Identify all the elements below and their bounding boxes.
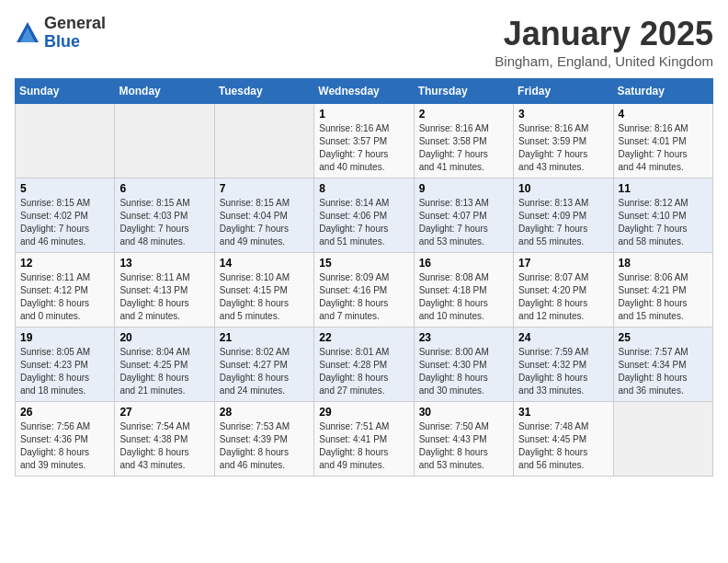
- day-info: Sunrise: 7:50 AM Sunset: 4:43 PM Dayligh…: [419, 420, 508, 472]
- calendar-cell: 11Sunrise: 8:12 AM Sunset: 4:10 PM Dayli…: [613, 178, 712, 253]
- calendar-cell: 16Sunrise: 8:08 AM Sunset: 4:18 PM Dayli…: [414, 253, 513, 327]
- day-number: 6: [119, 182, 209, 195]
- day-number: 11: [619, 182, 708, 195]
- calendar-cell: 2Sunrise: 8:16 AM Sunset: 3:58 PM Daylig…: [414, 104, 513, 178]
- day-info: Sunrise: 8:11 AM Sunset: 4:12 PM Dayligh…: [20, 271, 109, 323]
- calendar-cell: 21Sunrise: 8:02 AM Sunset: 4:27 PM Dayli…: [214, 327, 313, 402]
- calendar-table: SundayMondayTuesdayWednesdayThursdayFrid…: [15, 78, 713, 477]
- day-info: Sunrise: 8:06 AM Sunset: 4:21 PM Dayligh…: [619, 271, 708, 323]
- header-day-tuesday: Tuesday: [214, 79, 313, 104]
- header-day-wednesday: Wednesday: [314, 79, 414, 104]
- calendar-week-1: 1Sunrise: 8:16 AM Sunset: 3:57 PM Daylig…: [16, 104, 713, 178]
- calendar-week-2: 5Sunrise: 8:15 AM Sunset: 4:02 PM Daylig…: [16, 178, 713, 253]
- day-number: 4: [619, 108, 708, 121]
- calendar-cell: 26Sunrise: 7:56 AM Sunset: 4:36 PM Dayli…: [16, 402, 115, 477]
- day-info: Sunrise: 8:07 AM Sunset: 4:20 PM Dayligh…: [518, 271, 608, 323]
- calendar-cell: 10Sunrise: 8:13 AM Sunset: 4:09 PM Dayli…: [514, 178, 613, 253]
- day-number: 14: [220, 257, 309, 270]
- day-info: Sunrise: 7:54 AM Sunset: 4:38 PM Dayligh…: [119, 420, 209, 472]
- day-info: Sunrise: 8:15 AM Sunset: 4:04 PM Dayligh…: [220, 197, 309, 248]
- day-number: 26: [20, 406, 109, 419]
- title-block: January 2025 Bingham, England, United Ki…: [495, 15, 713, 69]
- day-number: 27: [119, 406, 209, 419]
- calendar-cell: 25Sunrise: 7:57 AM Sunset: 4:34 PM Dayli…: [613, 327, 712, 402]
- day-number: 12: [20, 257, 109, 270]
- day-info: Sunrise: 8:10 AM Sunset: 4:15 PM Dayligh…: [220, 271, 309, 323]
- day-number: 1: [319, 108, 408, 121]
- calendar-cell: 19Sunrise: 8:05 AM Sunset: 4:23 PM Dayli…: [16, 327, 115, 402]
- logo: General Blue: [15, 15, 106, 52]
- day-number: 18: [619, 257, 708, 270]
- day-number: 22: [319, 331, 408, 344]
- day-info: Sunrise: 8:01 AM Sunset: 4:28 PM Dayligh…: [319, 346, 408, 397]
- header-day-sunday: Sunday: [16, 79, 115, 104]
- day-info: Sunrise: 8:05 AM Sunset: 4:23 PM Dayligh…: [20, 346, 109, 397]
- day-info: Sunrise: 8:11 AM Sunset: 4:13 PM Dayligh…: [119, 271, 209, 323]
- day-info: Sunrise: 8:12 AM Sunset: 4:10 PM Dayligh…: [619, 197, 708, 248]
- calendar-cell: 7Sunrise: 8:15 AM Sunset: 4:04 PM Daylig…: [214, 178, 313, 253]
- logo-text: General Blue: [44, 15, 106, 52]
- day-number: 16: [419, 257, 508, 270]
- calendar-cell: 29Sunrise: 7:51 AM Sunset: 4:41 PM Dayli…: [314, 402, 414, 477]
- logo-general: General: [44, 15, 106, 33]
- day-number: 10: [518, 182, 608, 195]
- calendar-cell: 22Sunrise: 8:01 AM Sunset: 4:28 PM Dayli…: [314, 327, 414, 402]
- day-number: 8: [319, 182, 408, 195]
- day-info: Sunrise: 8:04 AM Sunset: 4:25 PM Dayligh…: [119, 346, 209, 397]
- calendar-cell: 3Sunrise: 8:16 AM Sunset: 3:59 PM Daylig…: [514, 104, 613, 178]
- month-title: January 2025: [495, 15, 713, 53]
- day-number: 5: [20, 182, 109, 195]
- day-info: Sunrise: 8:16 AM Sunset: 3:59 PM Dayligh…: [518, 122, 608, 174]
- calendar-cell: 8Sunrise: 8:14 AM Sunset: 4:06 PM Daylig…: [314, 178, 414, 253]
- day-info: Sunrise: 7:57 AM Sunset: 4:34 PM Dayligh…: [619, 346, 708, 397]
- calendar-cell: 15Sunrise: 8:09 AM Sunset: 4:16 PM Dayli…: [314, 253, 414, 327]
- logo-icon: [15, 20, 40, 46]
- calendar-week-5: 26Sunrise: 7:56 AM Sunset: 4:36 PM Dayli…: [16, 402, 713, 477]
- page-header: General Blue January 2025 Bingham, Engla…: [15, 15, 713, 69]
- location: Bingham, England, United Kingdom: [495, 53, 713, 69]
- calendar-cell: 9Sunrise: 8:13 AM Sunset: 4:07 PM Daylig…: [414, 178, 513, 253]
- day-number: 20: [119, 331, 209, 344]
- day-info: Sunrise: 7:51 AM Sunset: 4:41 PM Dayligh…: [319, 420, 408, 472]
- header-day-thursday: Thursday: [414, 79, 513, 104]
- calendar-cell: 23Sunrise: 8:00 AM Sunset: 4:30 PM Dayli…: [414, 327, 513, 402]
- calendar-cell: 30Sunrise: 7:50 AM Sunset: 4:43 PM Dayli…: [414, 402, 513, 477]
- day-number: 3: [518, 108, 608, 121]
- day-number: 21: [220, 331, 309, 344]
- calendar-cell: 5Sunrise: 8:15 AM Sunset: 4:02 PM Daylig…: [16, 178, 115, 253]
- day-number: 31: [518, 406, 608, 419]
- calendar-cell: 24Sunrise: 7:59 AM Sunset: 4:32 PM Dayli…: [514, 327, 613, 402]
- day-info: Sunrise: 8:15 AM Sunset: 4:02 PM Dayligh…: [20, 197, 109, 248]
- header-day-saturday: Saturday: [613, 79, 712, 104]
- day-number: 9: [419, 182, 508, 195]
- day-number: 15: [319, 257, 408, 270]
- day-number: 7: [220, 182, 309, 195]
- calendar-week-4: 19Sunrise: 8:05 AM Sunset: 4:23 PM Dayli…: [16, 327, 713, 402]
- calendar-cell: 13Sunrise: 8:11 AM Sunset: 4:13 PM Dayli…: [115, 253, 214, 327]
- calendar-cell: [16, 104, 115, 178]
- day-info: Sunrise: 8:13 AM Sunset: 4:09 PM Dayligh…: [518, 197, 608, 248]
- calendar-cell: 6Sunrise: 8:15 AM Sunset: 4:03 PM Daylig…: [115, 178, 214, 253]
- day-info: Sunrise: 8:16 AM Sunset: 3:58 PM Dayligh…: [419, 122, 508, 174]
- calendar-cell: 12Sunrise: 8:11 AM Sunset: 4:12 PM Dayli…: [16, 253, 115, 327]
- calendar-cell: 18Sunrise: 8:06 AM Sunset: 4:21 PM Dayli…: [613, 253, 712, 327]
- day-number: 30: [419, 406, 508, 419]
- day-number: 24: [518, 331, 608, 344]
- calendar-cell: [214, 104, 313, 178]
- calendar-cell: 1Sunrise: 8:16 AM Sunset: 3:57 PM Daylig…: [314, 104, 414, 178]
- calendar-cell: 14Sunrise: 8:10 AM Sunset: 4:15 PM Dayli…: [214, 253, 313, 327]
- calendar-header-row: SundayMondayTuesdayWednesdayThursdayFrid…: [16, 79, 713, 104]
- day-info: Sunrise: 8:16 AM Sunset: 4:01 PM Dayligh…: [619, 122, 708, 174]
- day-info: Sunrise: 8:00 AM Sunset: 4:30 PM Dayligh…: [419, 346, 508, 397]
- day-info: Sunrise: 7:53 AM Sunset: 4:39 PM Dayligh…: [220, 420, 309, 472]
- day-number: 28: [220, 406, 309, 419]
- day-number: 25: [619, 331, 708, 344]
- day-info: Sunrise: 7:56 AM Sunset: 4:36 PM Dayligh…: [20, 420, 109, 472]
- day-info: Sunrise: 7:59 AM Sunset: 4:32 PM Dayligh…: [518, 346, 608, 397]
- day-number: 13: [119, 257, 209, 270]
- day-number: 29: [319, 406, 408, 419]
- day-info: Sunrise: 8:14 AM Sunset: 4:06 PM Dayligh…: [319, 197, 408, 248]
- calendar-cell: 31Sunrise: 7:48 AM Sunset: 4:45 PM Dayli…: [514, 402, 613, 477]
- day-number: 17: [518, 257, 608, 270]
- header-day-monday: Monday: [115, 79, 214, 104]
